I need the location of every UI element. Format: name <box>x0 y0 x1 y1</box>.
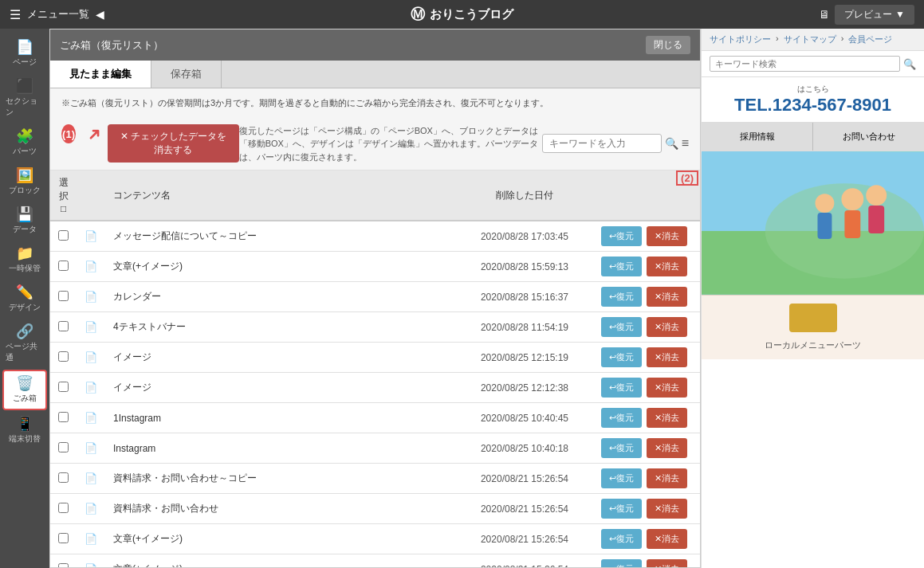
search-input[interactable] <box>542 134 662 153</box>
keyword-input[interactable] <box>710 56 900 72</box>
sidebar-item-section[interactable]: ⬛ セクション <box>2 74 47 123</box>
row-checkbox[interactable] <box>58 472 69 483</box>
erase-button[interactable]: ✕消去 <box>647 499 687 519</box>
row-checkbox[interactable] <box>58 291 69 301</box>
row-checkbox[interactable] <box>58 230 69 241</box>
row-checkbox-cell <box>50 252 77 282</box>
design-icon: ✏️ <box>16 285 33 300</box>
restore-button[interactable]: ↩復元 <box>601 559 642 567</box>
trash-table: 選択□ コンテンツ名 削除した日付 📄 メッセージ配信について～コピー 2020… <box>50 170 700 567</box>
top-nav-center: Ⓜ おりこうブログ <box>411 5 513 24</box>
row-date-cell: 2020/08/25 10:40:18 <box>461 433 588 464</box>
erase-button[interactable]: ✕消去 <box>647 529 687 549</box>
row-checkbox[interactable] <box>58 503 69 513</box>
row-icon-cell: 📄 <box>77 221 105 252</box>
restore-button[interactable]: ↩復元 <box>601 438 642 458</box>
col-deleted-date: 削除した日付 <box>461 170 588 221</box>
restore-button[interactable]: ↩復元 <box>601 347 642 367</box>
restore-button[interactable]: ↩復元 <box>601 408 642 428</box>
restore-button[interactable]: ↩復元 <box>601 529 642 549</box>
sidebar-item-temp[interactable]: 📁 一時保管 <box>2 241 47 279</box>
nav-separator-2: › <box>841 33 844 45</box>
row-action-cell: ↩復元 ✕消去 <box>588 221 700 252</box>
restore-button[interactable]: ↩復元 <box>601 226 642 246</box>
right-preview-nav: サイトポリシー › サイトマップ › 会員ページ <box>702 29 924 51</box>
nav-link-member[interactable]: 会員ページ <box>848 33 892 45</box>
trash-panel-title: ごみ箱（復元リスト） <box>60 38 163 53</box>
sidebar-item-block[interactable]: 🖼️ ブロック <box>2 163 47 201</box>
row-checkbox[interactable] <box>58 412 69 422</box>
temp-icon: 📁 <box>16 246 33 260</box>
restore-button[interactable]: ↩復元 <box>601 499 642 519</box>
row-date-cell: 2020/08/21 15:26:54 <box>461 524 588 554</box>
erase-button[interactable]: ✕消去 <box>647 226 687 246</box>
row-checkbox[interactable] <box>58 442 69 452</box>
sidebar-item-parts[interactable]: 🧩 パーツ <box>2 124 47 162</box>
sidebar-item-trash[interactable]: 🗑️ ごみ箱 <box>2 370 47 410</box>
row-checkbox[interactable] <box>58 563 69 568</box>
delete-checked-button[interactable]: ✕ チェックしたデータを消去する <box>108 124 239 163</box>
row-checkbox[interactable] <box>58 382 69 392</box>
site-logo-icon: Ⓜ <box>411 5 425 24</box>
restore-button[interactable]: ↩復元 <box>601 378 642 398</box>
row-name-cell: 文章(+イメージ) <box>105 252 461 282</box>
erase-button[interactable]: ✕消去 <box>647 468 687 488</box>
preview-image <box>702 151 924 295</box>
sidebar-item-mobile[interactable]: 📱 端末切替 <box>2 412 47 449</box>
sidebar-item-page[interactable]: 📄 ページ <box>2 35 47 72</box>
row-checkbox-cell <box>50 373 77 403</box>
restore-button[interactable]: ↩復元 <box>601 287 642 307</box>
sidebar-item-data[interactable]: 💾 データ <box>2 202 47 240</box>
erase-button[interactable]: ✕消去 <box>647 559 687 567</box>
sidebar-item-shared[interactable]: 🔗 ページ共通 <box>2 319 47 368</box>
row-date-cell: 2020/08/25 10:40:45 <box>461 403 588 433</box>
filter-icon[interactable]: ≡ <box>682 136 689 151</box>
row-checkbox[interactable] <box>58 321 69 331</box>
erase-button[interactable]: ✕消去 <box>647 317 687 337</box>
erase-button[interactable]: ✕消去 <box>647 287 687 307</box>
tab-storage[interactable]: 保存箱 <box>151 61 222 88</box>
preview-button[interactable]: プレビュー ▼ <box>835 5 914 25</box>
restore-button[interactable]: ↩復元 <box>601 257 642 276</box>
preview-image-svg <box>702 151 924 295</box>
nav-btn-recruitment[interactable]: 採用情報 <box>702 123 813 151</box>
tab-edit[interactable]: 見たまま編集 <box>50 61 151 88</box>
nav-btn-contact[interactable]: お問い合わせ <box>813 123 924 151</box>
content-type-icon: 📄 <box>85 533 97 545</box>
nav-link-sitemap[interactable]: サイトマップ <box>784 33 836 45</box>
menu-label[interactable]: メニュー一覧 <box>27 7 89 22</box>
table-row: 📄 イメージ 2020/08/25 12:15:19 ↩復元 ✕消去 <box>50 343 700 373</box>
close-button[interactable]: 閉じる <box>646 36 690 54</box>
content-type-icon: 📄 <box>85 260 97 272</box>
phone-number: TEL.1234-567-8901 <box>710 95 916 116</box>
row-checkbox[interactable] <box>58 533 69 543</box>
erase-button[interactable]: ✕消去 <box>647 378 687 398</box>
sidebar-item-design[interactable]: ✏️ デザイン <box>2 280 47 318</box>
row-checkbox-cell <box>50 464 77 494</box>
erase-button[interactable]: ✕消去 <box>647 257 687 276</box>
table-row: 📄 イメージ 2020/08/25 12:12:38 ↩復元 ✕消去 <box>50 373 700 403</box>
row-action-cell: ↩復元 ✕消去 <box>588 282 700 312</box>
svg-rect-8 <box>817 213 832 239</box>
content-type-icon: 📄 <box>85 351 97 363</box>
erase-button[interactable]: ✕消去 <box>647 347 687 367</box>
nav-link-policy[interactable]: サイトポリシー <box>710 33 771 45</box>
row-icon-cell: 📄 <box>77 252 105 282</box>
search-icon[interactable]: 🔍 <box>665 137 678 150</box>
content-type-icon: 📄 <box>85 442 97 454</box>
restore-button[interactable]: ↩復元 <box>601 468 642 488</box>
erase-button[interactable]: ✕消去 <box>647 438 687 458</box>
annotation-label-2: (2) <box>676 170 698 186</box>
panel-container: ごみ箱（復元リスト） 閉じる 見たまま編集 保存箱 ※ごみ箱（復元リスト）の保管… <box>49 29 701 568</box>
restore-button[interactable]: ↩復元 <box>601 317 642 337</box>
erase-button[interactable]: ✕消去 <box>647 408 687 428</box>
row-name-cell: 4テキストバナー <box>105 312 461 343</box>
collapse-icon[interactable]: ◀ <box>96 8 104 21</box>
row-checkbox[interactable] <box>58 351 69 362</box>
search-go-icon[interactable]: 🔍 <box>903 58 916 70</box>
row-icon-cell: 📄 <box>77 282 105 312</box>
row-checkbox[interactable] <box>58 260 69 271</box>
table-row: 📄 文章(+イメージ) 2020/08/21 15:26:54 ↩復元 ✕消去 <box>50 554 700 568</box>
sidebar-label-parts: パーツ <box>13 146 37 157</box>
row-name-cell: イメージ <box>105 373 461 403</box>
